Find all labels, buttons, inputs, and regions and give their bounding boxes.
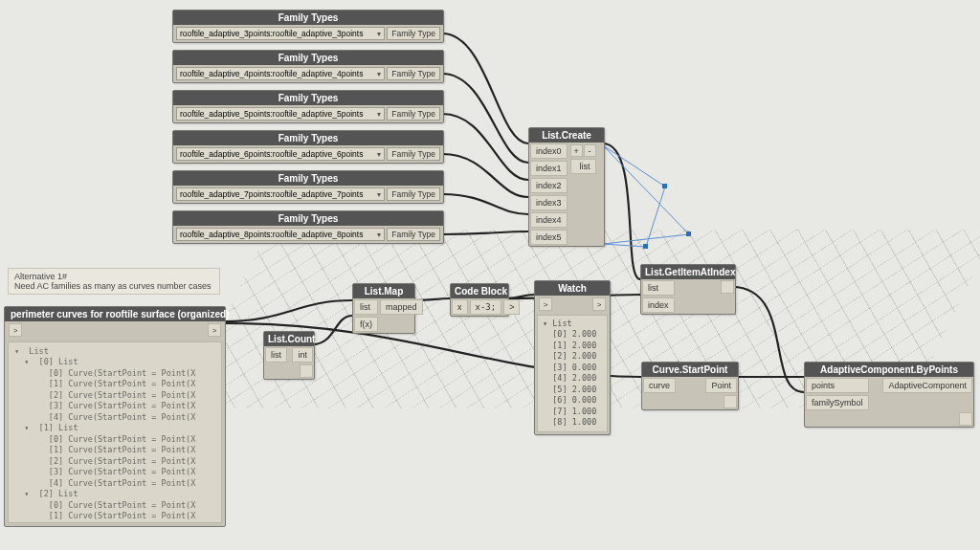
node-list-map[interactable]: List.Map listf(x) mapped <box>352 283 415 334</box>
output-port[interactable]: AdaptiveComponent <box>882 378 972 393</box>
node-title: perimeter curves for rooftile surface (o… <box>5 307 225 321</box>
output-port-family-type[interactable]: Family Type <box>387 107 440 121</box>
output-port[interactable]: > <box>592 297 606 311</box>
note-line1: Alternative 1# <box>14 272 213 281</box>
node-list-create[interactable]: List.Create index0index1index2index3inde… <box>528 127 605 247</box>
family-type-dropdown[interactable]: rooftile_adaptive_7points:rooftile_adapt… <box>176 187 385 201</box>
lacing-icon[interactable] <box>300 364 313 378</box>
output-port-family-type[interactable]: Family Type <box>387 228 440 241</box>
node-list-getitematindex[interactable]: List.GetItemAtIndex listindex <box>640 264 736 315</box>
node-title: Family Types <box>173 11 443 25</box>
node-family-types[interactable]: Family Types rooftile_adaptive_7points:r… <box>172 170 444 204</box>
node-title: List.Map <box>353 284 414 298</box>
output-port-family-type[interactable]: Family Type <box>387 147 440 161</box>
node-title: Family Types <box>173 131 443 145</box>
code-expression[interactable]: x-3; <box>470 299 502 315</box>
input-port[interactable]: list <box>354 299 378 315</box>
family-type-dropdown[interactable]: rooftile_adaptive_8points:rooftile_adapt… <box>176 228 385 241</box>
output-port[interactable] <box>721 280 734 294</box>
svg-rect-2 <box>686 231 691 236</box>
input-port[interactable]: > <box>539 297 552 311</box>
input-port-list[interactable]: list <box>265 347 287 363</box>
note-line2: Need AC families as many as curves numbe… <box>14 281 213 291</box>
family-type-dropdown[interactable]: rooftile_adaptive_4points:rooftile_adapt… <box>176 67 385 80</box>
chevron-down-icon: ▾ <box>377 110 381 119</box>
node-title: Curve.StartPoint <box>642 363 738 377</box>
node-title: Family Types <box>173 91 443 105</box>
input-port-index5[interactable]: index5 <box>530 230 568 245</box>
dropdown-value: rooftile_adaptive_4points:rooftile_adapt… <box>180 69 363 78</box>
node-family-types[interactable]: Family Types rooftile_adaptive_3points:r… <box>172 10 444 43</box>
input-port-points[interactable]: points <box>806 378 869 393</box>
family-type-dropdown[interactable]: rooftile_adaptive_5points:rooftile_adapt… <box>176 107 385 121</box>
output-port-int[interactable]: int <box>292 347 313 363</box>
node-watch[interactable]: Watch > > ▾ List [0] 2.000 [1] 2.000 [2]… <box>534 280 611 435</box>
output-port-family-type[interactable]: Family Type <box>387 187 440 201</box>
input-port-index4[interactable]: index4 <box>530 212 568 228</box>
add-input-button[interactable]: + <box>570 144 583 157</box>
output-port-family-type[interactable]: Family Type <box>387 27 440 40</box>
input-port-index3[interactable]: index3 <box>530 195 568 210</box>
node-title: List.GetItemAtIndex <box>641 265 735 279</box>
output-port[interactable]: > <box>208 323 221 337</box>
input-port-x[interactable]: x <box>452 299 468 315</box>
node-perimeter-curves[interactable]: perimeter curves for rooftile surface (o… <box>4 306 226 527</box>
annotation-note: Alternative 1# Need AC families as many … <box>8 268 220 295</box>
chevron-down-icon: ▾ <box>377 231 381 239</box>
output-port-family-type[interactable]: Family Type <box>387 67 440 80</box>
svg-rect-3 <box>643 244 648 249</box>
node-title: List.Create <box>529 128 604 143</box>
chevron-down-icon: ▾ <box>377 70 381 78</box>
node-curve-startpoint[interactable]: Curve.StartPoint curve Point <box>641 362 739 410</box>
node-title: Code Block <box>451 284 508 298</box>
chevron-down-icon: ▾ <box>377 30 381 38</box>
input-port-index[interactable]: index <box>642 297 675 313</box>
node-code-block[interactable]: Code Block x x-3; > <box>450 283 509 317</box>
node-adaptivecomponent-bypoints[interactable]: AdaptiveComponent.ByPoints pointsfamilyS… <box>804 362 974 428</box>
remove-input-button[interactable]: - <box>584 144 596 157</box>
node-family-types[interactable]: Family Types rooftile_adaptive_5points:r… <box>172 90 444 123</box>
node-title: Family Types <box>173 211 443 226</box>
dropdown-value: rooftile_adaptive_5points:rooftile_adapt… <box>180 109 363 119</box>
chevron-down-icon: ▾ <box>377 190 381 199</box>
input-port-list[interactable]: list <box>642 280 675 296</box>
input-port-index2[interactable]: index2 <box>530 178 568 193</box>
data-preview: ▾ List ▾ [0] List [0] Curve(StartPoint =… <box>8 341 222 523</box>
input-port-index0[interactable]: index0 <box>530 143 568 159</box>
node-family-types[interactable]: Family Types rooftile_adaptive_4points:r… <box>172 50 444 83</box>
input-port-index1[interactable]: index1 <box>530 161 568 176</box>
output-port-list[interactable]: list <box>570 159 596 174</box>
node-title: Watch <box>535 281 610 296</box>
family-type-dropdown[interactable]: rooftile_adaptive_3points:rooftile_adapt… <box>176 27 385 40</box>
input-port-curve[interactable]: curve <box>643 378 676 393</box>
output-port-mapped[interactable]: mapped <box>380 299 423 315</box>
input-port-familySymbol[interactable]: familySymbol <box>806 395 869 410</box>
lacing-icon[interactable] <box>959 412 972 426</box>
node-family-types[interactable]: Family Types rooftile_adaptive_6points:r… <box>172 130 444 164</box>
dropdown-value: rooftile_adaptive_7points:rooftile_adapt… <box>180 189 363 199</box>
output-port-point[interactable]: Point <box>705 378 737 393</box>
output-port[interactable]: > <box>503 299 520 315</box>
watch-preview: ▾ List [0] 2.000 [1] 2.000 [2] 2.000 [3]… <box>537 315 608 432</box>
chevron-down-icon: ▾ <box>377 150 381 159</box>
node-title: AdaptiveComponent.ByPoints <box>805 363 973 377</box>
dropdown-value: rooftile_adaptive_8points:rooftile_adapt… <box>180 230 363 239</box>
node-title: Family Types <box>173 51 443 65</box>
lacing-icon[interactable] <box>724 395 737 408</box>
node-title: List.Count <box>264 332 314 346</box>
dropdown-value: rooftile_adaptive_3points:rooftile_adapt… <box>180 29 363 38</box>
svg-rect-1 <box>662 184 667 188</box>
input-port[interactable]: > <box>9 323 22 337</box>
node-list-count[interactable]: List.Count list int <box>263 331 315 380</box>
input-port[interactable]: f(x) <box>354 317 378 332</box>
family-type-dropdown[interactable]: rooftile_adaptive_6points:rooftile_adapt… <box>176 147 385 161</box>
node-title: Family Types <box>173 171 443 186</box>
dropdown-value: rooftile_adaptive_6points:rooftile_adapt… <box>180 149 363 159</box>
node-family-types[interactable]: Family Types rooftile_adaptive_8points:r… <box>172 210 444 244</box>
